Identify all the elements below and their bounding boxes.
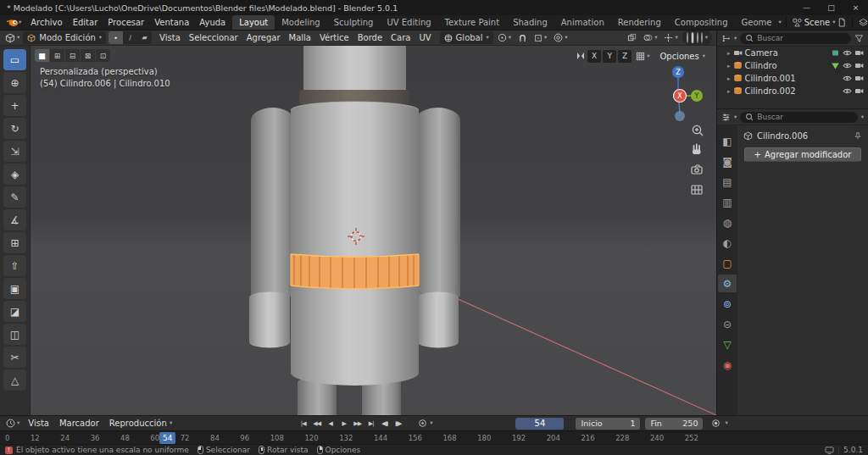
title-bar[interactable]: * Modelado [C:\Users\Lucho\OneDrive\Docu… (0, 0, 868, 15)
outliner-search-input[interactable]: Buscar (740, 33, 851, 44)
tool-cursor[interactable]: ⊕ (3, 72, 26, 93)
hide-eye-toggle[interactable] (843, 61, 852, 70)
playhead[interactable]: 54 (159, 432, 175, 444)
viewport-menu-item[interactable]: UV (415, 31, 435, 45)
next-frame[interactable]: ▮▶ (392, 418, 404, 430)
render-visibility-toggle[interactable] (854, 74, 864, 83)
xray-toggle-button[interactable] (625, 31, 639, 45)
tab-render[interactable]: ◙ (718, 153, 737, 170)
frame-start-field[interactable]: Inicio 1 (576, 418, 640, 430)
select-mode-edge[interactable]: ∕ (123, 31, 137, 44)
select-subtract[interactable]: ⊟ (65, 49, 80, 62)
select-set[interactable]: ■ (35, 49, 49, 62)
workspace-tab[interactable]: Rendering (611, 15, 668, 30)
chevron-down-icon[interactable]: ▾ (734, 114, 737, 120)
workspace-tab[interactable]: Texture Paint (438, 15, 507, 30)
topbar-menu-item[interactable]: Ayuda (194, 15, 231, 30)
outliner-row-cilindro-001[interactable]: ▸ Cilindro.001 (717, 72, 868, 85)
disclosure-icon[interactable]: ▸ (727, 75, 731, 82)
tab-physics[interactable]: ⊚ (718, 295, 737, 313)
keying-set-icon[interactable] (418, 419, 427, 428)
gizmo-axis-z-negative[interactable] (675, 111, 685, 121)
tool-annotate[interactable]: ✎ (3, 186, 26, 208)
hide-eye-toggle[interactable] (843, 48, 852, 58)
current-frame-field[interactable]: 54 (515, 418, 564, 430)
viewport-menu-item[interactable]: Vértice (315, 31, 353, 45)
maximize-button[interactable]: □ (819, 0, 843, 15)
tab-object[interactable]: ▢ (718, 254, 737, 272)
pin-icon[interactable] (854, 131, 862, 141)
render-visibility-toggle[interactable] (854, 61, 864, 70)
outliner-row-cilindro-002[interactable]: ▸ Cilindro.002 (717, 85, 868, 97)
tool-measure[interactable]: ∡ (3, 209, 26, 230)
disclosure-icon[interactable]: ▸ (727, 50, 731, 57)
timeline-ruler[interactable]: 0122436486072849610812013214415616818019… (0, 430, 868, 444)
tool-extrude[interactable]: ⇧ (3, 255, 26, 276)
pivot-point-button[interactable]: ▾ (495, 31, 514, 45)
zoom-icon[interactable] (693, 125, 703, 136)
properties-editor-icon[interactable] (721, 113, 731, 122)
tab-constraints[interactable]: ⊝ (718, 315, 737, 333)
tool-add-cube[interactable]: ⊞ (3, 232, 26, 253)
render-visibility-toggle[interactable] (854, 86, 864, 96)
chevron-down-icon[interactable]: ▾ (734, 36, 737, 42)
shading-rendered-button[interactable] (701, 33, 703, 42)
timeline-menu-marcador[interactable]: Marcador (55, 419, 103, 428)
tool-knife[interactable]: ✂ (3, 347, 26, 368)
viewport-menu-item[interactable]: Agregar (242, 31, 285, 45)
select-mode-vertex[interactable]: ∙ (108, 31, 123, 44)
select-invert[interactable]: ⊠ (81, 49, 95, 62)
viewport-menu-item[interactable]: Seleccionar (185, 31, 242, 45)
tool-rotate[interactable]: ↻ (3, 118, 26, 139)
play[interactable]: ▶ (337, 418, 350, 430)
mirror-axis-toggle[interactable]: Y (603, 50, 616, 63)
shading-solid-button[interactable] (691, 32, 694, 43)
select-extend[interactable]: ⊞ (50, 49, 64, 62)
scene-selector[interactable]: Scene ▾ (791, 18, 849, 27)
tool-loop-cut[interactable]: ◫ (3, 324, 26, 345)
prev-keyframe[interactable]: ◀◀ (310, 418, 323, 430)
viewport-3d[interactable]: Z Y X Personalizada (perspectiv (31, 46, 716, 415)
tab-output[interactable]: ▤ (718, 173, 737, 191)
orientation-dropdown[interactable]: Global ▾ (440, 31, 493, 44)
tool-move[interactable]: + (3, 95, 26, 116)
pan-hand-icon[interactable] (693, 145, 701, 155)
tool-select-box[interactable]: ▭ (3, 49, 26, 70)
tool-scale[interactable]: ⇲ (3, 141, 26, 162)
properties-search-input[interactable]: Buscar (740, 112, 857, 123)
workspace-tab[interactable]: Layout (232, 15, 275, 30)
outliner-row-camera[interactable]: ▸ Camera (717, 47, 868, 59)
shading-wireframe-button[interactable] (687, 33, 688, 42)
tab-modifiers[interactable]: ⚙ (718, 275, 737, 292)
jump-to-start[interactable]: |◀ (297, 418, 309, 430)
mirror-axis-toggle[interactable]: X (587, 50, 601, 63)
workspace-tab[interactable]: UV Editing (380, 15, 437, 30)
render-visibility-toggle[interactable] (854, 48, 864, 58)
mirror-axis-toggle[interactable]: Z (618, 50, 632, 63)
tool-options-dropdown[interactable]: Opciones ▾ (654, 49, 711, 63)
auto-keyframe-icon[interactable] (711, 419, 721, 428)
shading-material-button[interactable] (697, 33, 698, 42)
blender-menu-button[interactable]: ▾ (0, 18, 25, 27)
workspace-tab[interactable]: Modeling (275, 15, 327, 30)
minimize-button[interactable]: — (794, 0, 819, 15)
camera-view-icon[interactable] (692, 165, 702, 174)
chevron-down-icon[interactable]: ▾ (430, 420, 432, 426)
workspace-tab[interactable]: Geome (735, 15, 779, 30)
tool-transform[interactable]: ◈ (3, 164, 26, 185)
viewport-menu-item[interactable]: Borde (353, 31, 387, 45)
navigation-gizmo[interactable]: Z Y X (672, 66, 703, 121)
tab-object-data[interactable]: ▽ (718, 336, 737, 353)
topbar-menu-item[interactable]: Archivo (25, 15, 67, 30)
snap-options-button[interactable]: ▾ (633, 49, 652, 63)
chevron-down-icon[interactable]: ▾ (725, 420, 727, 426)
tab-view-layer[interactable]: ▥ (718, 193, 737, 211)
tab-world[interactable]: ◐ (718, 234, 737, 252)
next-keyframe[interactable]: ▶▶ (351, 418, 364, 430)
topbar-menu-item[interactable]: Editar (68, 15, 103, 30)
viewport-menu-item[interactable]: Vista (155, 31, 185, 45)
tool-poly-build[interactable]: △ (3, 369, 26, 391)
new-scene-icon[interactable] (837, 18, 846, 27)
add-modifier-button[interactable]: + Agregar modificador (744, 147, 861, 162)
timeline-menu-reproduccion[interactable]: Reproducción ▾ (105, 419, 176, 428)
